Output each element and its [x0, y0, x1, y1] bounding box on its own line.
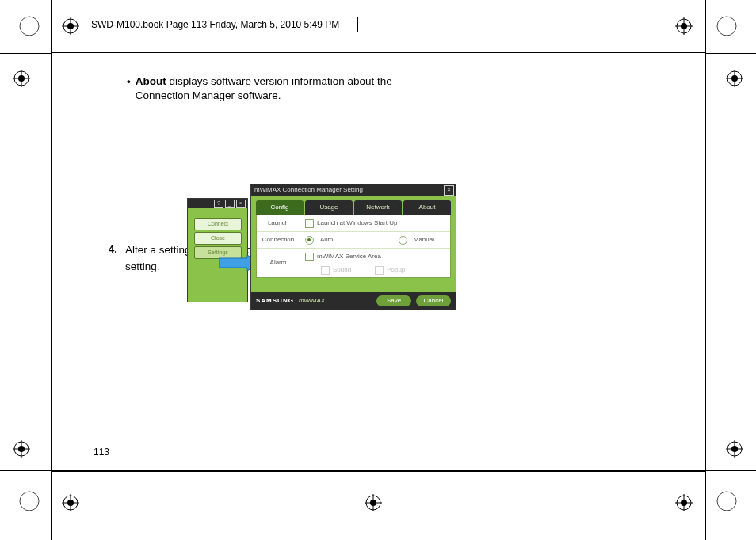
tab-about[interactable]: About	[403, 200, 451, 215]
registration-mark-icon	[19, 16, 40, 36]
registration-mark-icon	[19, 491, 40, 511]
tab-usage[interactable]: Usage	[305, 200, 353, 215]
svg-point-3	[717, 492, 736, 511]
row-connection: Connection Auto Manual	[257, 232, 450, 249]
label-alarm: Alarm	[257, 249, 300, 277]
bullet-rest: displays software version information ab…	[136, 75, 392, 101]
crosshair-icon	[62, 17, 79, 35]
embedded-screenshot: ? _ × Connect Close Settings mWiMAX Conn…	[187, 184, 456, 312]
close-icon[interactable]: ×	[236, 200, 246, 208]
mini-widget: ? _ × Connect Close Settings	[187, 198, 248, 302]
settings-dialog: mWiMAX Connection Manager Setting × Conf…	[250, 184, 456, 310]
content-area: • About displays software version inform…	[94, 74, 442, 276]
checkbox-service-area[interactable]	[305, 253, 314, 261]
tab-network[interactable]: Network	[354, 200, 402, 215]
page-number: 113	[94, 447, 109, 458]
cancel-button[interactable]: Cancel	[416, 295, 451, 306]
config-panel: Launch Launch at Windows Start Up Connec…	[256, 215, 451, 278]
crosshair-icon	[365, 494, 382, 511]
bullet-bold: About	[136, 75, 166, 87]
crop-vline-right	[705, 0, 706, 540]
opt-popup: Popup	[387, 266, 405, 275]
label-connection: Connection	[257, 232, 300, 248]
checkbox-launch-startup[interactable]	[305, 219, 314, 228]
opt-auto: Auto	[320, 236, 333, 245]
help-icon[interactable]: ?	[214, 200, 223, 208]
opt-service-area: mWiMAX Service Area	[317, 253, 381, 261]
connect-button[interactable]: Connect	[194, 218, 242, 230]
opt-sound: Sound	[333, 266, 351, 275]
label-launch: Launch	[257, 215, 300, 231]
crosshair-icon	[13, 70, 30, 87]
bullet-text: About displays software version informat…	[136, 74, 442, 103]
row-alarm: Alarm mWiMAX Service Area Sound Popup	[257, 249, 450, 277]
bullet-marker: •	[127, 74, 131, 103]
crop-hline-bottom	[0, 470, 756, 471]
minimize-icon[interactable]: _	[225, 200, 235, 208]
bullet-item: • About displays software version inform…	[127, 74, 442, 103]
svg-point-0	[20, 17, 39, 36]
close-icon[interactable]: ×	[444, 185, 454, 196]
opt-launch-startup: Launch at Windows Start Up	[317, 219, 397, 228]
crosshair-icon	[675, 494, 693, 511]
tab-config[interactable]: Config	[256, 200, 304, 215]
mini-titlebar: ? _ ×	[188, 199, 247, 208]
opt-manual: Manual	[414, 236, 434, 245]
registration-mark-icon	[716, 16, 737, 36]
dialog-footer: SAMSUNG mWiMAX Save Cancel	[251, 292, 456, 310]
dialog-title: mWiMAX Connection Manager Setting	[254, 186, 363, 193]
crosshair-icon	[13, 440, 30, 458]
alarm-sub-options: Sound Popup	[300, 264, 450, 276]
close-button[interactable]: Close	[194, 232, 242, 245]
crosshair-icon	[62, 494, 79, 511]
dialog-titlebar: mWiMAX Connection Manager Setting ×	[251, 184, 456, 196]
svg-point-2	[20, 492, 39, 511]
radio-auto[interactable]	[305, 236, 314, 245]
step-number: 4.	[105, 242, 117, 276]
crosshair-icon	[726, 440, 743, 458]
checkbox-popup[interactable]	[375, 266, 384, 275]
dialog-tabs: Config Usage Network About	[256, 200, 451, 215]
brand-samsung: SAMSUNG	[256, 297, 294, 306]
checkbox-sound[interactable]	[321, 266, 330, 275]
crosshair-icon	[726, 70, 743, 87]
crosshair-icon	[675, 17, 693, 35]
row-launch: Launch Launch at Windows Start Up	[257, 215, 450, 232]
save-button[interactable]: Save	[376, 295, 411, 306]
registration-mark-icon	[716, 491, 737, 511]
document-header: SWD-M100.book Page 113 Friday, March 5, …	[86, 17, 358, 32]
radio-manual[interactable]	[399, 236, 407, 245]
svg-point-1	[717, 17, 736, 36]
brand-mwimax: mWiMAX	[299, 297, 325, 306]
